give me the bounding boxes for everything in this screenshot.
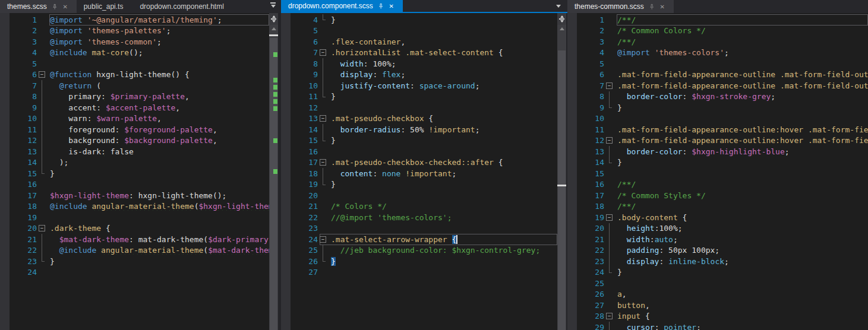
code-line[interactable]: 25 //jeb background-color: $hxgn-control… xyxy=(281,245,557,256)
line-number[interactable]: 24 xyxy=(567,268,605,277)
code-text[interactable]: @include angular-material-theme($hxgn-li… xyxy=(50,202,269,211)
code-text[interactable]: height:100%; xyxy=(617,224,868,233)
code-text[interactable]: /* Colors */ xyxy=(331,202,557,211)
code-text[interactable]: $hxgn-light-theme: hxgn-light-theme(); xyxy=(50,191,269,200)
code-text[interactable]: input { xyxy=(617,312,868,321)
line-number[interactable]: 5 xyxy=(567,59,605,68)
code-line[interactable]: 27 xyxy=(281,267,557,278)
code-line[interactable]: 20 height:100%; xyxy=(567,223,868,234)
code-line[interactable]: 14 border-radius: 50% !important; xyxy=(281,124,557,135)
code-line[interactable]: 3/**/ xyxy=(567,36,868,47)
code-line[interactable]: 24 xyxy=(0,267,269,278)
code-line[interactable]: 14} xyxy=(567,157,868,169)
code-text[interactable]: .mat-pseudo-checkbox { xyxy=(331,114,557,123)
line-number[interactable]: 23 xyxy=(0,257,38,266)
code-line[interactable]: 14 ); xyxy=(0,157,269,169)
code-line[interactable]: 11.mat-form-field-appearance-outline:hov… xyxy=(567,124,868,135)
scrollbar-thumb[interactable] xyxy=(558,50,566,330)
code-line[interactable]: 8 border-color: $hxgn-stroke-grey; xyxy=(567,91,868,103)
code-text[interactable]: } xyxy=(331,15,557,24)
code-line[interactable]: 5 xyxy=(281,26,557,37)
line-number[interactable]: 15 xyxy=(281,136,319,145)
code-line[interactable]: 22 padding: 50px 100px; xyxy=(567,245,868,256)
line-number[interactable]: 17 xyxy=(281,158,319,167)
code-text[interactable]: width: 100%; xyxy=(331,59,557,68)
code-text[interactable]: display: inline-block; xyxy=(617,257,868,266)
fold-toggle-icon[interactable]: − xyxy=(320,159,326,166)
fold-toggle-icon[interactable]: − xyxy=(320,49,326,56)
code-line[interactable]: 11 foreground: $foreground-palette, xyxy=(0,124,269,135)
line-number[interactable]: 16 xyxy=(567,180,605,189)
document-list-chevron-icon[interactable] xyxy=(270,2,276,8)
line-number[interactable]: 18 xyxy=(567,202,605,211)
code-line[interactable]: 7−.horizontalList .mat-select-content { xyxy=(281,47,557,59)
code-text[interactable]: .mat-form-field-appearance-outline:hover… xyxy=(617,125,868,134)
code-line[interactable]: 13 is-dark: false xyxy=(0,146,269,157)
code-text[interactable]: is-dark: false xyxy=(50,147,269,156)
pin-icon[interactable] xyxy=(648,2,656,11)
line-number[interactable]: 25 xyxy=(567,279,605,288)
code-line[interactable]: 4@import 'themes-colors'; xyxy=(567,47,868,59)
code-text[interactable]: foreground: $foreground-palette, xyxy=(50,125,269,134)
fold-toggle-icon[interactable]: − xyxy=(606,82,613,89)
code-text[interactable]: @import 'themes-palettes'; xyxy=(50,26,269,35)
close-icon[interactable]: ✕ xyxy=(61,2,70,11)
fold-toggle-icon[interactable]: − xyxy=(320,236,326,243)
code-line[interactable]: 10 justify-content: space-around; xyxy=(281,80,557,91)
code-text[interactable]: @import 'themes-colors'; xyxy=(617,48,868,57)
code-text[interactable]: .mat-pseudo-checkbox-checked::after { xyxy=(331,158,557,167)
line-number[interactable]: 21 xyxy=(567,235,605,244)
tab-themes-common-scss[interactable]: themes-common.scss ✕ xyxy=(567,0,674,13)
code-text[interactable]: .body-content { xyxy=(617,213,868,222)
code-text[interactable]: @include angular-material-theme($mat-dar… xyxy=(50,246,269,255)
code-line[interactable]: 5 xyxy=(567,58,868,69)
line-number[interactable]: 4 xyxy=(0,48,38,57)
tab-themes-scss[interactable]: themes.scss ✕ xyxy=(0,0,77,13)
code-line[interactable]: 13−.mat-pseudo-checkbox { xyxy=(281,113,557,125)
line-number[interactable]: 17 xyxy=(567,191,605,200)
line-number[interactable]: 4 xyxy=(281,15,319,24)
line-number[interactable]: 24 xyxy=(281,235,319,244)
line-number[interactable]: 27 xyxy=(281,268,319,277)
code-text[interactable]: /**/ xyxy=(617,15,868,24)
code-line[interactable]: 12 xyxy=(281,102,557,113)
code-text[interactable]: } xyxy=(331,257,557,266)
code-text[interactable]: .dark-theme { xyxy=(50,224,269,233)
code-line[interactable]: 24−.mat-select-arrow-wrapper { xyxy=(281,234,557,245)
code-text[interactable]: justify-content: space-around; xyxy=(331,81,557,90)
code-line[interactable]: 26a, xyxy=(567,289,868,300)
line-number[interactable]: 7 xyxy=(567,81,605,90)
code-line[interactable]: 16 xyxy=(0,179,269,191)
line-number[interactable]: 19 xyxy=(281,180,319,189)
code-text[interactable]: } xyxy=(331,180,557,189)
code-line[interactable]: 20 xyxy=(281,190,557,201)
code-line[interactable]: 29 cursor: pointer; xyxy=(567,322,868,330)
code-text[interactable]: $mat-dark-theme: mat-dark-theme($dark-pr… xyxy=(50,235,269,244)
line-number[interactable]: 7 xyxy=(0,81,38,90)
code-text[interactable]: display: flex; xyxy=(331,70,557,79)
code-text[interactable]: } xyxy=(617,103,868,112)
code-text[interactable]: @include mat-core(); xyxy=(50,48,269,57)
line-number[interactable]: 10 xyxy=(567,114,605,123)
line-number[interactable]: 26 xyxy=(567,290,605,299)
code-line[interactable]: 10 xyxy=(567,113,868,125)
line-number[interactable]: 29 xyxy=(567,323,605,330)
line-number[interactable]: 18 xyxy=(281,169,319,178)
line-number[interactable]: 9 xyxy=(0,103,38,112)
line-number[interactable]: 14 xyxy=(281,125,319,134)
code-line[interactable]: 19−.body-content { xyxy=(567,212,868,223)
code-line[interactable]: 22 @include angular-material-theme($mat-… xyxy=(0,245,269,256)
line-number[interactable]: 23 xyxy=(567,257,605,266)
line-number[interactable]: 14 xyxy=(567,158,605,167)
code-text[interactable]: .mat-form-field-appearance-outline .mat-… xyxy=(617,81,868,90)
code-line[interactable]: 1/**/ xyxy=(567,14,868,26)
line-number[interactable]: 16 xyxy=(0,180,38,189)
code-line[interactable]: 7−.mat-form-field-appearance-outline .ma… xyxy=(567,80,868,91)
line-number[interactable]: 3 xyxy=(567,37,605,46)
line-number[interactable]: 10 xyxy=(0,114,38,123)
code-text[interactable]: } xyxy=(617,158,868,167)
code-text[interactable]: .flex-container, xyxy=(331,37,557,46)
code-line[interactable]: 5 xyxy=(0,58,269,69)
line-number[interactable]: 16 xyxy=(281,147,319,156)
line-number[interactable]: 20 xyxy=(0,224,38,233)
